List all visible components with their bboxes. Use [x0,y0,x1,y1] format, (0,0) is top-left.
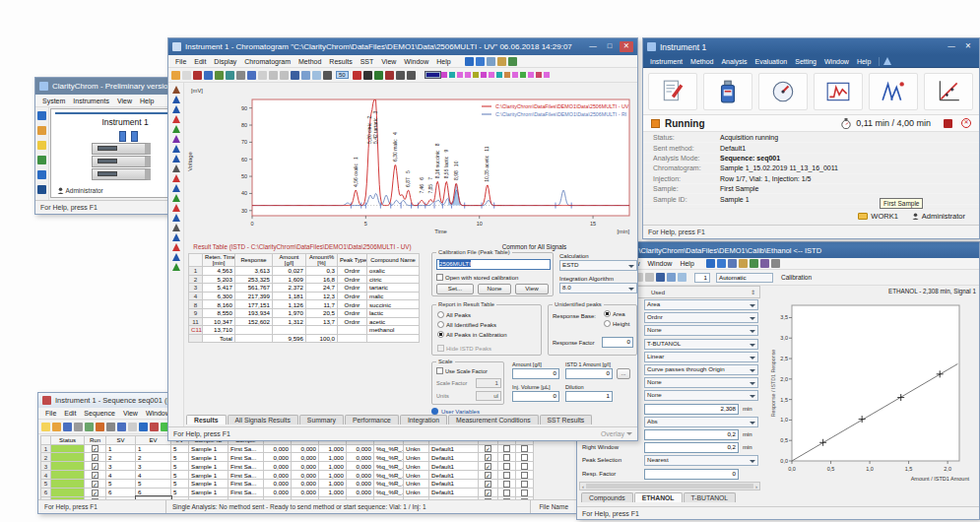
menu-item-edit[interactable]: Edit [60,410,80,417]
globe-icon[interactable] [37,185,46,194]
menu-item-display[interactable]: Display [210,58,240,65]
table-cell[interactable] [367,334,420,343]
open-icon[interactable] [171,71,180,80]
column-header[interactable]: EV [136,436,171,445]
column-header[interactable] [41,436,51,445]
table-cell[interactable] [51,444,85,453]
use-scale-factor-checkbox[interactable]: Use Scale Factor [436,367,488,374]
calibration-field-right-window[interactable]: 0,2 [644,442,739,453]
table-cell[interactable]: Unkn [404,480,429,489]
table-cell[interactable] [498,462,516,471]
chromatogram-tool-icon[interactable] [172,115,180,123]
column-header[interactable]: Used [651,290,685,295]
table-cell[interactable]: Ordnr [338,267,367,276]
menu-item-method[interactable]: Method [686,58,717,65]
table-cell[interactable]: 2 [136,453,171,462]
calibration-field-none[interactable]: None [644,390,758,401]
chromatogram-tool-icon[interactable] [172,155,180,163]
zoom-all-icon[interactable] [678,273,686,282]
tab-compounds[interactable]: Compounds [581,492,633,502]
signal-color-swatch[interactable] [425,72,440,78]
table-cell[interactable]: 5 [106,480,136,489]
chromatogram-tool-icon[interactable] [172,253,180,261]
table-cell[interactable]: 6,300 [203,292,235,300]
chromatogram-tool-icon[interactable] [172,164,180,172]
table-cell[interactable]: 5 [136,480,171,489]
menu-item-sst[interactable]: SST [357,58,378,65]
menu-item-analysis[interactable]: Analysis [717,58,751,65]
table-cell[interactable]: 6 [41,488,51,496]
redo-icon[interactable] [280,71,289,80]
table-cell[interactable]: Ordnr [338,308,367,317]
table-cell[interactable]: succinic [367,300,420,309]
table-cell[interactable]: 253,325 [235,275,273,284]
table-cell[interactable]: 4 [106,471,136,480]
move-icon[interactable] [363,71,372,80]
dilution-input[interactable]: 1 [565,391,613,402]
table-cell[interactable]: First Sa... [229,480,264,489]
table-cell[interactable]: 0,000 [347,453,374,462]
table-cell[interactable]: 8,160 [203,300,235,309]
menu-item-chromatogram[interactable]: Chromatogram [240,58,294,65]
table-cell[interactable]: 12,3 [306,292,338,300]
table-cell[interactable]: 1,970 [273,308,306,317]
compound-index-spinner[interactable]: 1 [694,273,710,283]
open-chromatogram-icon[interactable] [717,259,726,268]
table-cell[interactable]: methanol [367,326,420,335]
all-peaks-radio[interactable]: All Peaks [437,311,471,318]
table-cell[interactable]: 1,000 [319,480,347,489]
table-cell[interactable]: 217,399 [235,292,273,300]
close-button[interactable]: ✕ [961,41,975,52]
open-with-stored-checkbox[interactable]: Open with stored calibration [436,274,518,281]
user-accounts-icon[interactable] [37,111,46,120]
table-cell[interactable] [51,488,85,496]
peak-labels-icon[interactable] [353,71,361,80]
table-cell[interactable]: 1 [136,444,171,453]
open-icon[interactable] [52,423,61,431]
istd-amount-input[interactable]: 0 [565,368,613,379]
table-cell[interactable]: 1,181 [273,292,306,300]
calibration-field-none[interactable]: None [644,377,758,388]
chromatogram-tool-icon[interactable] [172,86,180,94]
table-cell[interactable]: Sample 1 [189,480,229,489]
table-cell[interactable]: 0,000 [264,462,292,471]
table-cell[interactable]: 1 [41,444,51,453]
menu-item-window[interactable]: Window [400,58,432,65]
table-cell[interactable]: Default1 [429,444,479,453]
table-cell[interactable]: 3 [106,462,136,471]
new-icon[interactable] [41,423,50,431]
table-cell[interactable]: 0,000 [347,488,374,496]
chromatogram-tool-icon[interactable] [172,214,180,222]
table-cell[interactable]: Unkn [404,471,429,480]
signal-color-swatch[interactable] [481,72,487,78]
signal-color-swatch[interactable] [489,72,494,78]
horizontal-scrollbar[interactable]: ‹› [579,482,760,490]
menu-item-file[interactable]: File [41,410,60,417]
sequence-icon[interactable] [476,57,485,66]
table-cell[interactable] [516,480,534,489]
overlay-button[interactable]: Overlay [601,429,632,438]
column-header[interactable]: Peak Type [338,254,367,267]
zoom-in-icon[interactable] [291,71,299,80]
column-header[interactable]: Status [51,436,85,445]
delete-row-icon[interactable] [150,423,159,431]
device-monitor-button[interactable] [758,73,808,110]
table-cell[interactable]: ✓ [85,462,106,471]
calibration-field-ordnr[interactable]: Ordnr [644,312,758,323]
fit-to-window-icon[interactable] [374,71,383,80]
table-cell[interactable] [235,334,273,343]
copy-chromatogram-icon[interactable] [215,71,224,80]
save-icon[interactable] [63,423,72,431]
integration-algorithm-dropdown[interactable]: 8.0 [559,283,637,294]
column-header[interactable]: Amount%[%] [306,254,338,267]
chromatogram-tool-icon[interactable] [172,105,180,113]
table-cell[interactable]: 13,710 [203,326,235,335]
table-cell[interactable]: 1,000 [319,444,347,453]
column-header[interactable]: Compound Name [367,254,420,267]
minimize-button[interactable]: — [586,41,600,52]
table-cell[interactable]: 3,613 [235,267,273,276]
table-cell[interactable] [273,326,306,335]
table-cell[interactable]: 177,151 [235,300,273,309]
more-button[interactable]: ... [617,368,630,379]
table-cell[interactable]: 2 [189,275,203,284]
